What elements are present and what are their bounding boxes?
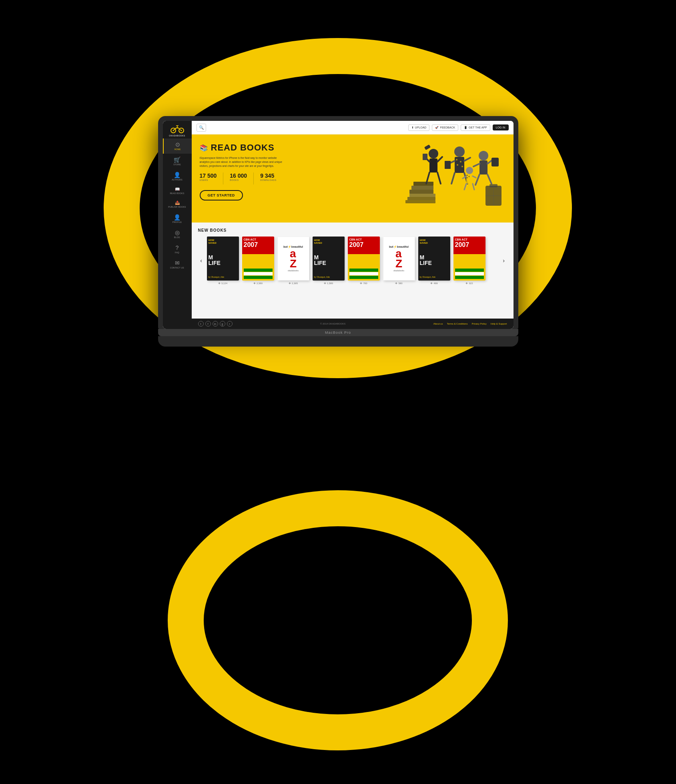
twitter-icon[interactable]: t (198, 321, 204, 327)
footer-link-about[interactable]: About us (433, 323, 443, 325)
footer-links: About us Terms & Conditions Privacy Poli… (433, 323, 507, 325)
bottom-arc (186, 508, 490, 732)
sidebar-label-store: STORE (173, 163, 181, 166)
svg-rect-21 (423, 154, 427, 160)
book-views: 👁 322 (465, 282, 473, 285)
book-card[interactable]: CBN ACT 2007 (348, 237, 380, 285)
eye-icon: 👁 (253, 282, 256, 285)
views-count: 580 (398, 282, 402, 285)
book-card[interactable]: CBN ACT 2007 (453, 237, 485, 285)
book-top-text: HOWSAVED (209, 239, 237, 245)
facebook-icon[interactable]: f (205, 321, 211, 327)
eye-icon: 👁 (465, 282, 468, 285)
book-card[interactable]: HOWSAVED MLIFE by Olusegun, Ade 👁 499 (418, 237, 450, 285)
book-card[interactable]: HOWSAVED MLIFE by Olusegun, Ade 👁 1,580 (313, 237, 345, 285)
book-card[interactable]: but⚡beautiful aZ okadabooks 👁 2,395 (277, 237, 309, 285)
cbn-title: CBN ACT (244, 238, 273, 241)
sidebar-item-blog[interactable]: ◎ BLOG (163, 227, 192, 242)
book-cover-image: but⚡beautiful aZ okadabooks (383, 237, 415, 281)
book-sub-text: by Olusegun, Ade (420, 276, 449, 278)
svg-line-41 (487, 174, 491, 184)
upload-button[interactable]: ⬆ UPLOAD (408, 124, 430, 131)
book-cover: but⚡beautiful aZ okadabooks (383, 237, 415, 281)
book-card[interactable]: but⚡beautiful aZ okadabooks 👁 580 (383, 237, 415, 285)
eye-icon: 👁 (218, 282, 221, 285)
svg-point-26 (456, 159, 457, 160)
get-app-button[interactable]: 📱 GET THE APP (461, 124, 490, 131)
svg-point-16 (429, 149, 438, 158)
sidebar-item-read-books[interactable]: 📖 READ BOOKS (163, 184, 192, 198)
footer-link-terms[interactable]: Terms & Conditions (447, 323, 467, 325)
sidebar-item-faq[interactable]: ? FAQ (163, 242, 192, 257)
upload-icon: ⬆ (411, 126, 414, 129)
book-cover: HOWSAVED MLIFE by Olusegun, Ade (313, 237, 345, 281)
sidebar-item-home[interactable]: ⊙ HOME (163, 138, 192, 154)
book-views: 👁 2,395 (289, 282, 298, 285)
sidebar-label-publish: PUBLISH BOOKS (168, 206, 186, 208)
sidebar-item-authors[interactable]: 👤 AUTHORS (163, 169, 192, 184)
svg-rect-15 (405, 200, 435, 203)
sidebar-item-profile[interactable]: 👤 PROFILE (163, 211, 192, 227)
feedback-label: FEEDBACK (440, 126, 455, 129)
bbk-title: aZ (290, 249, 297, 269)
book-top-text: HOWSAVED (420, 239, 449, 245)
instagram-icon[interactable]: in (213, 321, 218, 327)
eye-icon: 👁 (324, 282, 326, 285)
get-app-icon: 📱 (464, 126, 467, 129)
book-card[interactable]: CBN ACT 2007 (242, 237, 274, 285)
svg-rect-39 (491, 158, 499, 166)
sidebar-item-contact[interactable]: ✉ CONTACT US (163, 257, 192, 272)
svg-line-48 (473, 176, 476, 178)
sidebar-item-store[interactable]: 🛒 STORE (163, 154, 192, 169)
svg-line-50 (473, 184, 474, 190)
rss-icon[interactable]: r (227, 321, 233, 327)
login-button[interactable]: LOG IN (493, 124, 509, 130)
svg-point-46 (466, 177, 467, 178)
login-label: LOG IN (496, 126, 505, 129)
blog-icon: ◎ (175, 230, 180, 235)
topbar: 🔍 ⬆ UPLOAD 🚀 FEEDBACK (192, 121, 514, 134)
site-footer: t f in g r © 2014 OKADABOOKS About us Te… (192, 319, 514, 329)
hero-content: 📚 READ BOOKS iSquarespace Metrics for iP… (200, 142, 304, 201)
carousel-prev-button[interactable]: ‹ (198, 257, 205, 264)
hero-description: iSquarespace Metrics for iPhone is the f… (200, 156, 288, 168)
faq-icon: ? (176, 245, 179, 251)
store-icon: 🛒 (174, 157, 181, 162)
search-button[interactable]: 🔍 (197, 124, 206, 132)
book-main-text: MLIFE (209, 255, 237, 266)
book-views: 👁 499 (430, 282, 437, 285)
svg-rect-36 (479, 160, 487, 174)
bbk-desc: okadabooks (393, 269, 404, 272)
copyright-text: © 2014 OKADABOOKS (320, 323, 345, 325)
footer-link-privacy[interactable]: Privacy Policy (471, 323, 486, 325)
svg-point-24 (454, 146, 465, 157)
contact-icon: ✉ (175, 260, 180, 266)
svg-rect-13 (409, 194, 435, 197)
views-count: 322 (469, 282, 473, 285)
laptop-base: MacBook Pro (158, 329, 518, 336)
sidebar-item-publish[interactable]: 📤 PUBLISH BOOKS (163, 198, 192, 211)
eye-icon: 👁 (289, 282, 291, 285)
books-carousel: ‹ HOWSAVED MLIFE by Olusegun, (198, 237, 507, 285)
cbn-title: CBN ACT (455, 238, 484, 241)
svg-rect-14 (407, 197, 435, 200)
stat-books: 16 000 BOOKS (230, 172, 247, 181)
eye-icon: 👁 (430, 282, 433, 285)
svg-point-29 (461, 166, 463, 167)
carousel-next-button[interactable]: › (501, 257, 507, 264)
users-label: USERS (200, 179, 217, 181)
svg-line-49 (464, 184, 466, 190)
feedback-button[interactable]: 🚀 FEEDBACK (432, 124, 458, 131)
footer-link-help[interactable]: Help & Support (491, 323, 507, 325)
laptop-screen: OKADABOOKS ⊙ HOME 🛒 STORE 👤 (163, 121, 514, 329)
upload-label: UPLOAD (415, 126, 427, 129)
book-views: 👁 1,580 (324, 282, 333, 285)
get-started-button[interactable]: GET STARTED (200, 190, 243, 201)
book-sub-text: by Olusegun, Ade (209, 276, 237, 278)
svg-line-31 (464, 158, 470, 161)
books-label: BOOKS (230, 179, 247, 181)
downloads-number: 9 345 (260, 172, 277, 179)
googleplus-icon[interactable]: g (220, 321, 225, 327)
book-card[interactable]: HOWSAVED MLIFE by Olusegun, Ade 👁 3,124 (207, 237, 239, 285)
book-views: 👁 2,580 (253, 282, 263, 285)
